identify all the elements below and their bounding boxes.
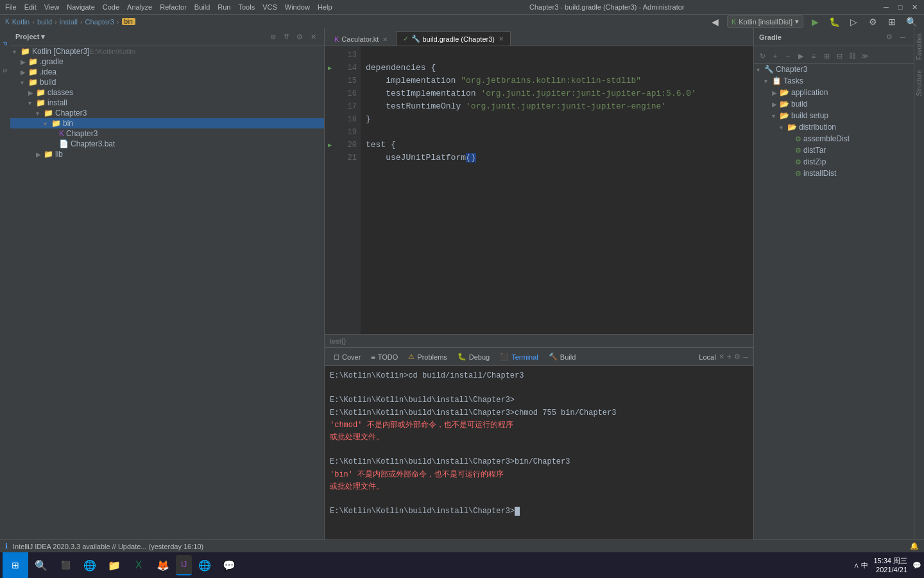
gradle-close-button[interactable]: ─	[897, 31, 909, 43]
search-taskbar-button[interactable]: 🔍	[30, 554, 53, 577]
edge-taskbar-button[interactable]: 🌐	[78, 554, 101, 577]
tree-item-build[interactable]: ▾ 📁 build	[10, 77, 324, 87]
locate-button[interactable]: ⊕	[267, 31, 278, 43]
task-view-button[interactable]: ⬛	[54, 554, 77, 577]
menu-code[interactable]: Code	[103, 3, 119, 11]
gradle-tree[interactable]: ↻ + − ▶ ≡ ⊞ ⊟ ⛓ ≫ ▾ 🔧 Chapter3 ▾ 📋	[754, 46, 914, 539]
collapse-all-button[interactable]: ⇈	[280, 31, 292, 43]
menu-analyze[interactable]: Analyze	[127, 3, 152, 11]
tab-todo[interactable]: ≡ TODO	[367, 352, 402, 362]
run-config-dropdown[interactable]: K Kotlin [installDist] ▾	[727, 15, 803, 28]
gradle-item-disttar[interactable]: ⚙ distTar	[754, 144, 914, 156]
menu-window[interactable]: Window	[285, 3, 310, 11]
start-button[interactable]: ⊞	[3, 552, 28, 578]
gradle-add-button[interactable]: +	[769, 50, 781, 62]
gradle-minus-button[interactable]: −	[782, 50, 794, 62]
gradle-item-build-task[interactable]: ▶ 📂 build	[754, 98, 914, 110]
menu-vcs[interactable]: VCS	[262, 3, 277, 11]
layout-button[interactable]: ⊞	[884, 14, 900, 30]
tab-cover[interactable]: ◻ Cover	[330, 351, 364, 362]
explorer-taskbar-button[interactable]: 📁	[103, 554, 126, 577]
breadcrumb-bin[interactable]: bin	[122, 18, 135, 25]
tree-item-idea[interactable]: ▶ 📁 .idea	[10, 67, 324, 77]
intellij-taskbar-button[interactable]: IJ	[176, 555, 192, 575]
structure-tab[interactable]: Structure	[914, 65, 924, 101]
gradle-item-tasks[interactable]: ▾ 📋 Tasks	[754, 75, 914, 87]
gradle-refresh-button[interactable]: ↻	[757, 50, 768, 62]
project-side-icon[interactable]: P	[1, 31, 10, 57]
gradle-settings-button[interactable]: ⚙	[884, 31, 895, 43]
tree-item-gradle[interactable]: ▶ 📁 .gradle	[10, 57, 324, 67]
gradle-link-button[interactable]: ⛓	[846, 50, 858, 62]
notification-area[interactable]: 💬	[912, 561, 921, 570]
menu-build[interactable]: Build	[194, 3, 210, 11]
tab-problems[interactable]: ⚠ Problems	[404, 351, 450, 362]
maximize-button[interactable]: □	[896, 3, 905, 12]
search-everywhere-button[interactable]: 🔍	[903, 14, 919, 30]
menu-help[interactable]: Help	[318, 3, 332, 11]
menu-tools[interactable]: Tools	[238, 3, 255, 11]
breadcrumb-kotlin[interactable]: Kotlin	[12, 18, 30, 26]
favorites-tab[interactable]: Favorites	[914, 28, 924, 65]
notification-icon[interactable]: 🔔	[910, 542, 919, 550]
menu-edit[interactable]: Edit	[24, 3, 37, 11]
debug-button[interactable]: 🐛	[826, 14, 842, 30]
tree-item-lib[interactable]: ▶ 📁 lib	[10, 149, 324, 159]
tab-terminal[interactable]: ⬛ Terminal	[496, 351, 542, 362]
gradle-item-build-setup[interactable]: ▾ 📂 build setup	[754, 110, 914, 121]
fold-arrow[interactable]: ▶	[328, 64, 332, 72]
gradle-collapse-button[interactable]: ⊟	[834, 50, 845, 62]
tree-item-chapter3-file[interactable]: K Chapter3	[10, 128, 324, 139]
close-panel-button[interactable]: ✕	[307, 31, 319, 43]
gradle-script-button[interactable]: ≡	[808, 50, 819, 62]
fold-arrow[interactable]: ▶	[328, 141, 332, 149]
tab-build[interactable]: 🔨 Build	[545, 351, 579, 362]
gradle-item-assembledist[interactable]: ⚙ assembleDist	[754, 133, 914, 144]
code-content[interactable]: dependencies { implementation "org.jetbr…	[361, 46, 753, 334]
run-button[interactable]: ▶	[807, 14, 823, 30]
options-button[interactable]: ⚙	[294, 31, 305, 43]
excel-taskbar-button[interactable]: X	[127, 554, 150, 577]
minimize-button[interactable]: ─	[882, 3, 891, 12]
tree-item-classes[interactable]: ▶ 📁 classes	[10, 87, 324, 98]
project-tree[interactable]: ▾ 📁 Kotlin [Chapter3] E:\Kotlin\Kotlin ▶…	[10, 46, 324, 539]
firefox-taskbar-button[interactable]: 🦊	[151, 554, 175, 577]
chrome-taskbar-button[interactable]: 🌐	[193, 554, 216, 577]
tab-debug[interactable]: 🐛 Debug	[454, 351, 493, 362]
back-button[interactable]: ◀	[708, 14, 723, 30]
gradle-run-button[interactable]: ▶	[795, 50, 807, 62]
tab-caculator-close[interactable]: ✕	[382, 36, 388, 43]
terminal-content[interactable]: E:\Kotlin\Kotlin>cd build/install/Chapte…	[325, 366, 753, 539]
tree-item-bin[interactable]: ▾ 📁 bin	[10, 118, 324, 128]
menu-file[interactable]: File	[5, 3, 17, 11]
gradle-item-chapter3-root[interactable]: ▾ 🔧 Chapter3	[754, 64, 914, 75]
gradle-item-installdist[interactable]: ⚙ installDist	[754, 168, 914, 179]
breadcrumb-chapter3[interactable]: Chapter3	[85, 18, 114, 26]
tree-item-install[interactable]: ▾ 📁 install	[10, 98, 324, 108]
terminal-settings-button[interactable]: ⚙	[734, 353, 740, 361]
tab-build-gradle-close[interactable]: ✕	[499, 35, 504, 42]
terminal-collapse-button[interactable]: ─	[743, 353, 748, 361]
gradle-expand-button[interactable]: ⊞	[821, 50, 832, 62]
add-terminal-button[interactable]: +	[727, 352, 732, 362]
breadcrumb-install[interactable]: install	[60, 18, 78, 26]
menu-view[interactable]: View	[44, 3, 60, 11]
tree-item-chapter3-bat[interactable]: 📄 Chapter3.bat	[10, 139, 324, 149]
structure-side-icon[interactable]: S	[1, 58, 10, 83]
tree-item-chapter3-folder[interactable]: ▾ 📁 Chapter3	[10, 108, 324, 118]
menu-run[interactable]: Run	[218, 3, 230, 11]
gradle-item-distribution[interactable]: ▾ 📂 distribution	[754, 121, 914, 133]
wechat-taskbar-button[interactable]: 💬	[218, 554, 241, 577]
settings-button[interactable]: ⚙	[865, 14, 880, 30]
tree-item-kotlin-root[interactable]: ▾ 📁 Kotlin [Chapter3] E:\Kotlin\Kotlin	[10, 46, 324, 57]
tab-build-gradle[interactable]: ✓ 🔧 build.gradle (Chapter3) ✕	[396, 31, 511, 46]
menu-navigate[interactable]: Navigate	[67, 3, 94, 11]
breadcrumb-build[interactable]: build	[37, 18, 52, 26]
code-editor[interactable]: ▶ ▶ 13 14 15 16 17 18 19 20 21	[325, 46, 753, 334]
local-close[interactable]: ✕	[719, 353, 724, 361]
close-button[interactable]: ✕	[910, 3, 919, 12]
gradle-item-application[interactable]: ▶ 📂 application	[754, 87, 914, 98]
coverage-button[interactable]: ▷	[846, 14, 861, 30]
tab-caculator[interactable]: K Caculator.kt ✕	[327, 32, 395, 46]
gradle-item-distzip[interactable]: ⚙ distZip	[754, 156, 914, 168]
